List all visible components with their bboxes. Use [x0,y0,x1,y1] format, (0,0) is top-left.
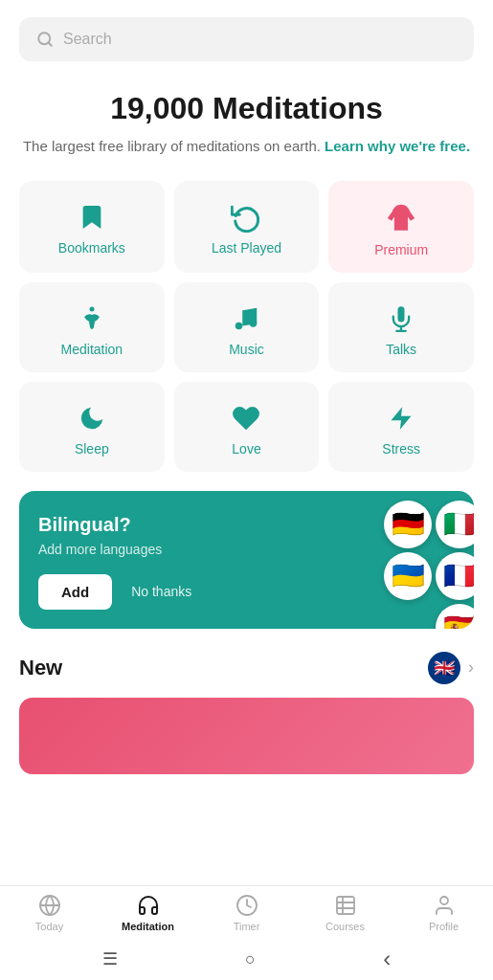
new-section-header: New 🇬🇧 › [19,652,474,684]
svg-marker-7 [392,407,412,429]
nav-today[interactable]: Today [0,894,99,932]
system-navigation: ☰ ○ ‹ [0,938,493,980]
premium-icon [385,202,417,234]
category-card-meditation[interactable]: Meditation [19,282,165,372]
category-label-last-played: Last Played [212,240,281,256]
nav-courses[interactable]: Courses [296,894,394,932]
hero-link[interactable]: Learn why we're free. [325,138,470,154]
nav-profile[interactable]: Profile [394,894,493,932]
flag-it: 🇮🇹 [436,501,474,548]
flags-decoration: 🇩🇪 🇮🇹 🇺🇦 🇫🇷 🇪🇸 [384,501,474,629]
bookmark-icon [77,202,107,233]
nav-courses-label: Courses [325,921,365,932]
headphones-icon [137,894,160,917]
new-section: New 🇬🇧 › [0,652,493,790]
hero-title: 19,000 Meditations [19,90,474,126]
new-section-header-right[interactable]: 🇬🇧 › [428,652,474,684]
category-card-love[interactable]: Love [174,382,320,472]
no-thanks-button[interactable]: No thanks [131,584,191,599]
nav-meditation[interactable]: Meditation [99,894,197,932]
globe-icon [38,894,61,917]
search-icon [36,31,54,48]
category-label-premium: Premium [374,242,428,257]
svg-point-4 [250,320,258,327]
category-label-meditation: Meditation [61,342,123,357]
category-label-love: Love [232,441,260,457]
category-card-sleep[interactable]: Sleep [19,382,165,472]
flag-es: 🇪🇸 [436,604,474,629]
svg-point-15 [440,897,448,904]
courses-icon [334,894,357,917]
category-card-talks[interactable]: Talks [328,282,474,372]
timer-icon [235,894,258,917]
add-language-button[interactable]: Add [38,574,112,610]
category-card-premium[interactable]: Premium [328,181,474,273]
category-label-bookmarks: Bookmarks [58,240,125,256]
svg-line-1 [48,42,51,45]
meditation-icon [77,303,107,334]
category-label-stress: Stress [382,441,420,457]
stress-icon [388,403,415,434]
category-card-music[interactable]: Music [174,282,320,372]
search-placeholder: Search [63,31,112,48]
new-content-card[interactable] [19,698,474,774]
system-home-button[interactable]: ○ [245,949,256,969]
nav-today-label: Today [35,921,63,932]
flag-ua: 🇺🇦 [384,552,432,600]
system-menu-button[interactable]: ☰ [102,948,118,969]
category-card-last-played[interactable]: Last Played [174,181,320,273]
new-section-title: New [19,656,62,680]
category-label-talks: Talks [386,342,416,357]
category-card-stress[interactable]: Stress [328,382,474,472]
music-icon [232,303,260,334]
category-grid: Bookmarks Last Played Premium Meditation [19,181,474,472]
language-flag-english[interactable]: 🇬🇧 [428,652,460,684]
bilingual-banner: Bilingual? Add more languages Add No tha… [19,491,474,629]
bottom-navigation: Today Meditation Timer Courses Profile [0,885,493,938]
nav-timer-label: Timer [234,921,260,932]
new-section-chevron: › [468,657,474,678]
hero-subtitle: The largest free library of meditations … [19,136,474,158]
flag-de: 🇩🇪 [384,501,432,548]
svg-point-2 [89,306,94,311]
nav-profile-label: Profile [429,921,459,932]
nav-timer[interactable]: Timer [197,894,296,932]
category-label-music: Music [229,342,264,357]
system-back-button[interactable]: ‹ [383,946,391,972]
talks-icon [388,303,415,334]
svg-rect-11 [337,897,354,914]
last-played-icon [231,202,261,233]
svg-point-3 [235,323,243,330]
nav-meditation-label: Meditation [122,921,174,932]
category-card-bookmarks[interactable]: Bookmarks [19,181,165,273]
love-icon [231,403,261,434]
category-label-sleep: Sleep [75,441,109,457]
hero-section: 19,000 Meditations The largest free libr… [0,80,493,181]
flag-fr: 🇫🇷 [436,552,474,600]
sleep-icon [78,403,106,434]
profile-icon [433,894,456,917]
search-bar[interactable]: Search [19,17,474,61]
